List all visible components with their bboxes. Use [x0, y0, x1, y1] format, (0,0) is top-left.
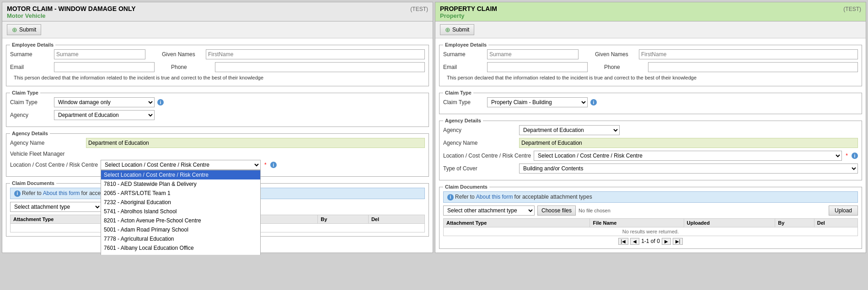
left-attachment-type-select[interactable]: Select attachment type	[10, 202, 102, 212]
dropdown-item-8[interactable]: 7601 - Albany Local Education Office	[101, 243, 260, 253]
given-names-input[interactable]	[206, 49, 425, 59]
right-location-info-icon[interactable]: i	[852, 153, 858, 159]
right-surname-input[interactable]	[487, 49, 579, 59]
email-label: Email	[10, 64, 51, 70]
right-claim-type-legend: Claim Type	[443, 90, 473, 95]
right-employee-legend: Employee Details	[443, 42, 488, 47]
right-upload-row: Select other attachment type Choose file…	[443, 206, 858, 216]
left-submit-label: Submit	[19, 26, 36, 33]
right-upload-button[interactable]: Upload	[829, 206, 858, 216]
left-claim-type-legend: Claim Type	[10, 90, 40, 95]
prev-page-button[interactable]: ◀	[630, 238, 639, 245]
agency-name-input[interactable]	[86, 138, 425, 148]
right-info-text: Refer to	[455, 194, 475, 200]
agency-row: Agency Department of Education	[10, 110, 425, 120]
email-row: Email Phone	[10, 62, 425, 72]
left-employee-details: Employee Details Surname Given Names Ema…	[6, 42, 429, 86]
left-info-link[interactable]: About this form	[43, 190, 80, 196]
last-page-button[interactable]: ▶|	[673, 238, 683, 245]
surname-row: Surname Given Names	[10, 49, 425, 59]
phone-input[interactable]	[215, 62, 425, 72]
vehicle-fleet-label: Vehicle Fleet Manager	[10, 151, 83, 157]
first-page-button[interactable]: |◀	[618, 238, 629, 245]
claim-type-row: Claim Type Window damage only i	[10, 97, 425, 107]
right-given-names-label: Given Names	[595, 51, 636, 58]
dropdown-item-5[interactable]: 8201 - Acton Avenue Pre-School Centre	[101, 216, 260, 225]
right-location-required: *	[846, 153, 848, 159]
right-panel-title: PROPERTY CLAIM	[440, 5, 861, 12]
dropdown-item-2[interactable]: 2065 - ARTS/LOTE Team 1	[101, 189, 260, 198]
left-agency-legend: Agency Details	[10, 131, 50, 136]
location-row: Location / Cost Centre / Risk Centre Sel…	[10, 160, 425, 170]
location-select[interactable]: Select Location / Cost Centre / Risk Cen…	[101, 160, 261, 170]
right-location-row: Location / Cost Centre / Risk Centre Sel…	[443, 151, 858, 161]
dropdown-item-1[interactable]: 7810 - AED Statewide Plan & Delivery	[101, 179, 260, 189]
right-email-input[interactable]	[487, 62, 588, 72]
left-docs-info-icon: i	[14, 190, 21, 197]
left-info-text: Refer to	[22, 190, 42, 196]
right-agency-label: Agency	[443, 127, 516, 133]
dropdown-item-4[interactable]: 5741 - Abrolhos Island School	[101, 207, 260, 216]
right-given-names-input[interactable]	[639, 49, 858, 59]
left-panel-subtitle: Motor Vehicle	[7, 12, 428, 19]
location-dropdown-list: Select Location / Cost Centre / Risk Cen…	[101, 170, 261, 255]
dropdown-item-7[interactable]: 7778 - Agricultural Education	[101, 234, 260, 243]
left-claim-docs-legend: Claim Documents	[10, 180, 56, 186]
email-input[interactable]	[54, 62, 155, 72]
right-location-select[interactable]: Select Location / Cost Centre / Risk Cen…	[534, 151, 842, 161]
left-test-badge: (TEST)	[410, 6, 428, 12]
claim-type-info-icon[interactable]: i	[157, 99, 164, 105]
right-panel-header: (TEST) PROPERTY CLAIM Property	[435, 2, 866, 21]
agency-label: Agency	[10, 112, 51, 118]
right-claim-docs-legend: Claim Documents	[443, 184, 489, 190]
right-test-badge: (TEST)	[843, 6, 861, 12]
right-col-by: By	[775, 218, 814, 227]
right-col-uploaded: Uploaded	[684, 218, 775, 227]
right-surname-row: Surname Given Names	[443, 49, 858, 59]
surname-input[interactable]	[54, 49, 145, 59]
claim-type-select[interactable]: Window damage only	[54, 97, 155, 107]
right-pagination: |◀ ◀ 1-1 of 0 ▶ ▶|	[443, 238, 858, 245]
right-phone-input[interactable]	[648, 62, 858, 72]
right-type-cover-select[interactable]: Building and/or Contents	[519, 163, 858, 174]
agency-name-row: Agency Name	[10, 138, 425, 148]
location-info-icon[interactable]: i	[270, 162, 277, 168]
dropdown-item-9[interactable]: 8001 - Albany Pre-School	[101, 253, 260, 255]
right-attachment-type-select[interactable]: Select other attachment type	[443, 206, 535, 216]
right-agency-details: Agency Details Agency Department of Educ…	[439, 118, 862, 180]
table-row: No results were returned.	[444, 227, 858, 236]
dropdown-item-0[interactable]: Select Location / Cost Centre / Risk Cen…	[101, 170, 260, 179]
left-toolbar: ⊕ Submit	[2, 21, 433, 38]
right-submit-icon: ⊕	[445, 26, 450, 33]
right-submit-button[interactable]: ⊕ Submit	[440, 24, 474, 35]
right-phone-label: Phone	[604, 64, 645, 70]
agency-select[interactable]: Department of Education	[54, 110, 155, 120]
right-email-row: Email Phone	[443, 62, 858, 72]
right-agency-name-input[interactable]	[519, 138, 858, 148]
right-type-cover-row: Type of Cover Building and/or Contents	[443, 163, 858, 174]
right-col-file-name: File Name	[590, 218, 684, 227]
right-info-link[interactable]: About this form	[476, 194, 513, 200]
right-choose-files-button[interactable]: Choose files	[537, 206, 576, 216]
right-panel-subtitle: Property	[440, 12, 861, 19]
right-claim-type-info-icon[interactable]: i	[590, 99, 597, 105]
right-col-attachment-type: Attachment Type	[444, 218, 590, 227]
right-agency-select[interactable]: Department of Education	[519, 125, 620, 135]
left-claim-type: Claim Type Claim Type Window damage only…	[6, 90, 429, 127]
right-agency-name-label: Agency Name	[443, 140, 516, 146]
right-location-label: Location / Cost Centre / Risk Centre	[443, 153, 531, 159]
right-surname-label: Surname	[443, 51, 484, 58]
right-agency-name-row: Agency Name	[443, 138, 858, 148]
right-claim-type-select[interactable]: Property Claim - Building	[487, 97, 588, 107]
dropdown-item-6[interactable]: 5001 - Adam Road Primary School	[101, 225, 260, 234]
right-employee-details: Employee Details Surname Given Names Ema…	[439, 42, 862, 86]
location-dropdown-container: Select Location / Cost Centre / Risk Cen…	[101, 160, 261, 170]
right-type-cover-label: Type of Cover	[443, 165, 516, 172]
left-panel: (TEST) MOTOR CLAIM - WINDOW DAMAGE ONLY …	[2, 2, 433, 253]
agency-name-label: Agency Name	[10, 140, 83, 146]
dropdown-item-3[interactable]: 7232 - Aboriginal Education	[101, 198, 260, 207]
left-submit-button[interactable]: ⊕ Submit	[7, 24, 41, 35]
location-label: Location / Cost Centre / Risk Centre	[10, 162, 98, 168]
next-page-button[interactable]: ▶	[662, 238, 671, 245]
left-panel-header: (TEST) MOTOR CLAIM - WINDOW DAMAGE ONLY …	[2, 2, 433, 21]
